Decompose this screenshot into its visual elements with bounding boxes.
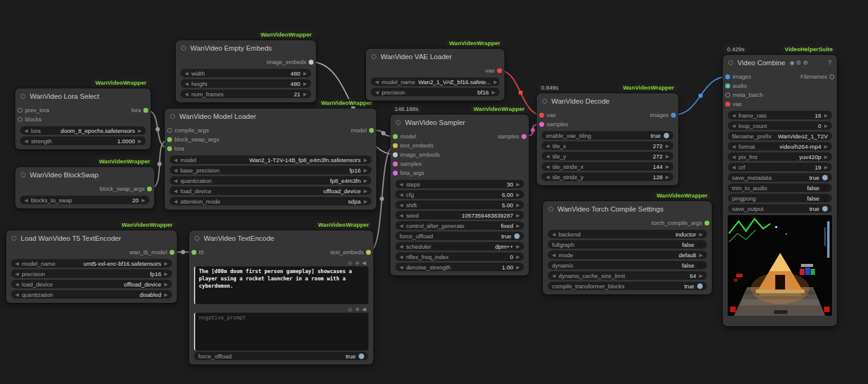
increment-arrow-icon[interactable]: ▶: [303, 91, 307, 97]
widget-blocks_to_swap[interactable]: ◀blocks_to_swap20▶: [20, 196, 149, 204]
node-header[interactable]: WanVideo Model Loader: [165, 108, 376, 124]
collapse-dot-icon[interactable]: [21, 94, 26, 99]
widget-tile_y[interactable]: ◀tile_y272▶: [542, 152, 673, 160]
widget-backend[interactable]: ◀backendinductor▶: [548, 230, 707, 238]
decrement-arrow-icon[interactable]: ◀: [732, 144, 736, 149]
node-video-combine[interactable]: 0.429s VideoHelperSuite Video Combine ◉⚙…: [723, 55, 837, 326]
increment-arrow-icon[interactable]: ▶: [492, 90, 495, 95]
advanced-settings-icon[interactable]: ⚙: [803, 60, 808, 66]
widget-base_precision[interactable]: ◀base_precisionfp16▶: [170, 166, 371, 174]
increment-arrow-icon[interactable]: ▶: [699, 232, 703, 237]
increment-arrow-icon[interactable]: ▶: [164, 282, 168, 287]
increment-arrow-icon[interactable]: ▶: [699, 273, 703, 279]
speaker-icon[interactable]: ◀: [362, 260, 366, 266]
increment-arrow-icon[interactable]: ▶: [665, 164, 669, 169]
decrement-arrow-icon[interactable]: ◀: [400, 202, 403, 208]
input-slot-blocks[interactable]: [18, 117, 23, 122]
decrement-arrow-icon[interactable]: ◀: [174, 168, 178, 173]
toggle-knob[interactable]: [822, 196, 828, 201]
node-wanvideo-sampler[interactable]: 146.188s WanVideoWrapper WanVideo Sample…: [390, 115, 529, 276]
output-slot-samples[interactable]: [522, 134, 526, 139]
video-preview[interactable]: [728, 215, 832, 316]
output-slot-lora[interactable]: [143, 108, 148, 113]
node-header[interactable]: WanVideo TextEncode: [189, 230, 373, 246]
negative_prompt-textarea[interactable]: negative_prompt: [194, 313, 368, 350]
widget-model_name[interactable]: ◀model_nameWan2_1_VAE_bf16.safete...▶: [371, 77, 500, 86]
decrement-arrow-icon[interactable]: ◀: [732, 154, 736, 160]
increment-arrow-icon[interactable]: ▶: [494, 79, 498, 85]
increment-arrow-icon[interactable]: ▶: [303, 81, 307, 87]
widget-dynamic[interactable]: dynamicfalse: [548, 261, 707, 269]
decrement-arrow-icon[interactable]: ◀: [174, 188, 178, 194]
decrement-arrow-icon[interactable]: ◀: [552, 232, 556, 237]
decrement-arrow-icon[interactable]: ◀: [732, 123, 736, 129]
widget-enable_vae_tiling[interactable]: enable_vae_tilingtrue: [542, 131, 673, 140]
widget-denoise_strength[interactable]: ◀denoise_strength1.00▶: [395, 263, 524, 271]
output-slot-images[interactable]: [671, 113, 676, 118]
output-slot-Filenames[interactable]: [830, 74, 834, 79]
increment-arrow-icon[interactable]: ▶: [516, 254, 520, 260]
widget-tile_stride_y[interactable]: ◀tile_stride_y128▶: [542, 172, 673, 181]
decrement-arrow-icon[interactable]: ◀: [24, 197, 28, 203]
decrement-arrow-icon[interactable]: ◀: [15, 261, 19, 266]
widget-cfg[interactable]: ◀cfg6.00▶: [395, 190, 524, 199]
decrement-arrow-icon[interactable]: ◀: [400, 244, 403, 249]
node-header[interactable]: WanVideo Torch Compile Settings: [543, 201, 712, 217]
widget-width[interactable]: ◀width480▶: [181, 69, 311, 77]
output-slot-text_embeds[interactable]: [366, 250, 371, 255]
widget-attention_mode[interactable]: ◀attention_modesdpa▶: [170, 197, 371, 205]
increment-arrow-icon[interactable]: ▶: [824, 113, 828, 118]
widget-trim_to_audio[interactable]: trim_to_audiofalse: [728, 183, 832, 192]
increment-arrow-icon[interactable]: ▶: [516, 192, 520, 197]
decrement-arrow-icon[interactable]: ◀: [185, 81, 188, 87]
decrement-arrow-icon[interactable]: ◀: [24, 138, 28, 144]
add-icon[interactable]: ⊕: [355, 260, 359, 266]
widget-seed[interactable]: ◀seed1057359483839287▶: [395, 211, 524, 219]
decrement-arrow-icon[interactable]: ◀: [552, 273, 556, 279]
widget-mode[interactable]: ◀modedefault▶: [548, 251, 707, 259]
positive_prompt-textarea[interactable]: The [d00m doom first person gameplay] sh…: [194, 266, 368, 304]
widget-strength[interactable]: ◀strength1.0000▶: [20, 137, 146, 145]
increment-arrow-icon[interactable]: ▶: [516, 182, 520, 187]
input-slot-audio[interactable]: [725, 84, 730, 88]
widget-lora[interactable]: ◀loradoom_8_epochs.safetensors▶: [20, 126, 146, 135]
decrement-arrow-icon[interactable]: ◀: [24, 128, 28, 133]
input-slot-samples[interactable]: [539, 122, 544, 127]
increment-arrow-icon[interactable]: ▶: [824, 123, 828, 129]
widget-dynamo_cache_size_limit[interactable]: ◀dynamo_cache_size_limit64▶: [548, 271, 707, 280]
widget-force_offload[interactable]: force_offloadtrue: [194, 352, 368, 360]
speaker-icon[interactable]: ◀: [362, 307, 366, 312]
widget-height[interactable]: ◀height480▶: [181, 79, 311, 88]
widget-steps[interactable]: ◀steps30▶: [395, 180, 524, 188]
increment-arrow-icon[interactable]: ▶: [164, 271, 168, 277]
widget-tile_x[interactable]: ◀tile_x272▶: [542, 141, 673, 150]
node-header[interactable]: WanVideo Decode: [537, 93, 678, 109]
collapse-dot-icon[interactable]: [371, 54, 376, 59]
input-slot-compile_args[interactable]: [167, 128, 172, 133]
widget-tile_stride_x[interactable]: ◀tile_stride_x144▶: [542, 162, 673, 171]
output-slot-wan_t5_model[interactable]: [170, 250, 174, 255]
decrement-arrow-icon[interactable]: ◀: [375, 79, 379, 85]
preview-toggle-icon[interactable]: ◉: [789, 60, 794, 66]
widget-quantization[interactable]: ◀quantizationdisabled▶: [11, 290, 172, 299]
input-slot-text_embeds[interactable]: [393, 143, 398, 148]
settings-icon[interactable]: ⚙: [796, 60, 801, 66]
increment-arrow-icon[interactable]: ▶: [665, 154, 669, 159]
decrement-arrow-icon[interactable]: ◀: [174, 157, 178, 163]
widget-format[interactable]: ◀formatvideo/h264-mp4▶: [728, 142, 832, 151]
increment-arrow-icon[interactable]: ▶: [665, 143, 669, 149]
increment-arrow-icon[interactable]: ▶: [824, 144, 828, 149]
toggle-knob[interactable]: [359, 354, 364, 359]
output-slot-model[interactable]: [369, 128, 374, 133]
node-wanvideo-decode[interactable]: 0.849s WanVideoWrapper WanVideo Decode v…: [537, 93, 678, 185]
increment-arrow-icon[interactable]: ▶: [516, 265, 520, 270]
input-slot-image_embeds[interactable]: [393, 152, 398, 157]
node-graph-canvas[interactable]: WanVideoWrapper WanVideo Lora Select pre…: [0, 0, 868, 384]
node-wanvideo-torch-compile-settings[interactable]: WanVideoWrapper WanVideo Torch Compile S…: [543, 201, 712, 294]
toggle-knob[interactable]: [514, 233, 520, 239]
decrement-arrow-icon[interactable]: ◀: [546, 164, 550, 169]
toggle-knob[interactable]: [822, 206, 828, 212]
widget-save_output[interactable]: save_outputtrue: [728, 204, 832, 213]
widget-load_device[interactable]: ◀load_deviceoffload_device▶: [11, 280, 172, 288]
node-wanvideo-textencode[interactable]: WanVideoWrapper WanVideo TextEncode t5te…: [189, 230, 373, 364]
